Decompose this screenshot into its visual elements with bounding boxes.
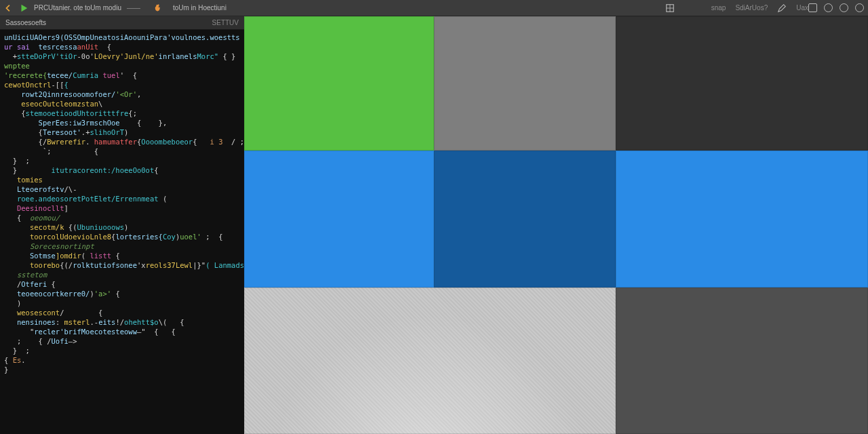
viewport-mid-left[interactable] (244, 151, 434, 288)
viewport-mid-center[interactable] (434, 151, 616, 288)
code-editor-pane: Sassoesoefts SETTUV unUiciUAOers9(OSSOmp… (0, 16, 244, 434)
ring2-icon[interactable] (840, 3, 848, 12)
editor-tab-status: SETTUV (212, 19, 239, 26)
panel-toggle-icon[interactable] (808, 3, 817, 12)
play-icon[interactable] (19, 3, 28, 13)
viewport-top-center[interactable] (434, 16, 616, 151)
mode-label: —— (127, 4, 140, 12)
ring1-icon[interactable] (824, 3, 833, 12)
flame-icon[interactable] (154, 3, 163, 13)
viewport-mid-right[interactable] (616, 151, 868, 288)
pencil-icon[interactable] (777, 3, 787, 13)
tool-label[interactable]: Uax (796, 4, 808, 12)
editor-tab-bar: Sassoesoefts SETTUV (0, 16, 244, 30)
grid-label[interactable]: SdiArUos? (735, 4, 768, 12)
viewport-grid (244, 16, 868, 434)
back-arrow-icon[interactable] (4, 3, 14, 13)
viewport-top-right[interactable] (616, 16, 868, 151)
ring3-icon[interactable] (855, 3, 864, 12)
snap-label[interactable]: snap (711, 4, 726, 12)
viewport-top-left[interactable] (244, 16, 434, 151)
viewport-bottom-left[interactable] (244, 288, 616, 434)
editor-tab[interactable]: Sassoesoefts (5, 19, 46, 26)
layout-dropdown-icon[interactable] (665, 3, 675, 13)
viewport-bottom-right[interactable] (616, 288, 868, 434)
main-toolbar: PRCUtanier. ote toUm modiu —— toUm in Ho… (0, 0, 868, 16)
project-title: PRCUtanier. ote toUm modiu (34, 4, 121, 12)
breadcrumb[interactable]: toUm in Hoectiuni (173, 4, 226, 12)
code-editor-body[interactable]: unUiciUAOers9(OSSOmpUneatosiAoouniPara'v… (0, 30, 244, 434)
